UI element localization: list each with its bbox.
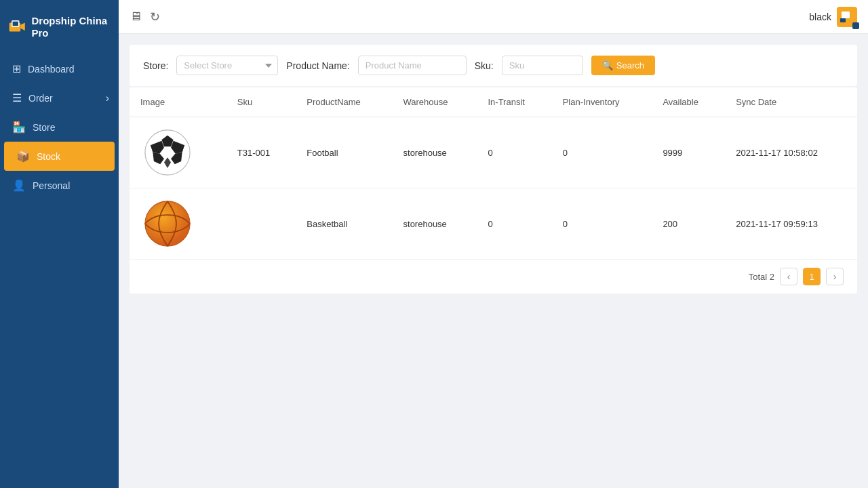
store-select[interactable]: Select Store: [176, 56, 278, 75]
page-1-button[interactable]: 1: [803, 268, 821, 285]
store-icon: 🏪: [12, 121, 26, 134]
topbar-left: 🖥 ↻: [130, 9, 160, 24]
sidebar-logo[interactable]: Dropship China Pro: [0, 0, 119, 54]
cell-plan-inventory: 0: [552, 188, 652, 260]
app-name: Dropship China Pro: [31, 15, 111, 39]
sidebar-item-label: Stock: [37, 151, 60, 162]
col-sku: Sku: [226, 87, 296, 117]
topbar-right: black: [809, 7, 857, 27]
sidebar-item-store[interactable]: 🏪 Store: [0, 113, 119, 142]
content-area: Store: Select Store Product Name: Sku: 🔍…: [119, 34, 868, 488]
cell-available: 9999: [652, 117, 725, 188]
next-page-button[interactable]: ›: [826, 268, 844, 285]
col-warehouse: Warehouse: [393, 87, 477, 117]
order-icon: ☰: [12, 92, 22, 104]
col-plan-inventory: Plan-Inventory: [552, 87, 652, 117]
cell-plan-inventory: 0: [552, 117, 652, 188]
sidebar-item-label: Store: [33, 122, 55, 133]
cell-product-name: Football: [296, 117, 392, 188]
stock-icon: 📦: [16, 150, 30, 163]
product-image-soccer: [140, 125, 195, 180]
table: Image Sku ProductName Warehouse In-Trans…: [130, 87, 857, 259]
svg-marker-5: [850, 12, 852, 20]
monitor-icon[interactable]: 🖥: [130, 9, 142, 24]
col-available: Available: [652, 87, 725, 117]
table-body: T31-001 Football storehouse 0 0 9999 202…: [130, 117, 857, 260]
cell-available: 200: [652, 188, 725, 260]
prev-page-button[interactable]: ‹: [780, 268, 797, 285]
dashboard-icon: ⊞: [12, 62, 21, 75]
sidebar-item-order[interactable]: ☰ Order: [0, 83, 119, 113]
sidebar: Dropship China Pro ⊞ Dashboard ☰ Order 🏪…: [0, 0, 119, 488]
cell-warehouse: storehouse: [393, 117, 477, 188]
topbar: 🖥 ↻ black: [119, 0, 868, 34]
product-image-basketball: [140, 197, 195, 251]
stock-table: Image Sku ProductName Warehouse In-Trans…: [130, 87, 857, 293]
product-name-label: Product Name:: [286, 60, 349, 71]
svg-marker-3: [20, 22, 25, 30]
sidebar-item-label: Order: [28, 93, 53, 104]
cell-warehouse: storehouse: [393, 188, 477, 260]
sidebar-item-personal[interactable]: 👤 Personal: [0, 171, 119, 200]
cell-in-transit: 0: [477, 117, 551, 188]
user-avatar[interactable]: [837, 7, 857, 27]
cell-in-transit: 0: [477, 188, 551, 260]
sidebar-item-dashboard[interactable]: ⊞ Dashboard: [0, 54, 119, 83]
logo-icon: [8, 16, 26, 38]
basketball-icon: [143, 199, 192, 248]
sidebar-item-stock[interactable]: 📦 Stock: [4, 142, 115, 171]
svg-rect-6: [840, 18, 846, 22]
refresh-icon[interactable]: ↻: [150, 9, 160, 24]
sku-input[interactable]: [502, 56, 583, 75]
cell-sku: T31-001: [226, 117, 296, 188]
col-sync-date: Sync Date: [725, 87, 857, 117]
cell-image: [130, 188, 226, 260]
sidebar-item-label: Personal: [33, 180, 70, 191]
table-header-row: Image Sku ProductName Warehouse In-Trans…: [130, 87, 857, 117]
sku-label: Sku:: [475, 60, 494, 71]
cell-image: [130, 117, 226, 188]
personal-icon: 👤: [12, 179, 26, 192]
avatar-icon: [840, 10, 854, 24]
cell-sync-date: 2021-11-17 09:59:13: [725, 188, 857, 260]
table-row: Basketball storehouse 0 0 200 2021-11-17…: [130, 188, 857, 260]
search-button[interactable]: 🔍 Search: [591, 56, 655, 75]
cell-sku: [226, 188, 296, 260]
col-image: Image: [130, 87, 226, 117]
col-product-name: ProductName: [296, 87, 392, 117]
soccer-ball-icon: [143, 128, 192, 177]
product-name-input[interactable]: [358, 56, 467, 75]
username-label: black: [809, 12, 831, 22]
table-row: T31-001 Football storehouse 0 0 9999 202…: [130, 117, 857, 188]
svg-rect-2: [13, 22, 18, 26]
total-label: Total 2: [749, 272, 774, 282]
main-content: 🖥 ↻ black Store: Select Store Product Na…: [119, 0, 868, 488]
filter-bar: Store: Select Store Product Name: Sku: 🔍…: [130, 45, 857, 86]
col-in-transit: In-Transit: [477, 87, 551, 117]
cell-sync-date: 2021-11-17 10:58:02: [725, 117, 857, 188]
search-icon: 🔍: [602, 60, 613, 70]
sidebar-item-label: Dashboard: [28, 64, 75, 75]
svg-rect-4: [842, 12, 850, 18]
store-label: Store:: [143, 60, 168, 71]
cell-product-name: Basketball: [296, 188, 392, 260]
pagination: Total 2 ‹ 1 ›: [130, 259, 857, 293]
